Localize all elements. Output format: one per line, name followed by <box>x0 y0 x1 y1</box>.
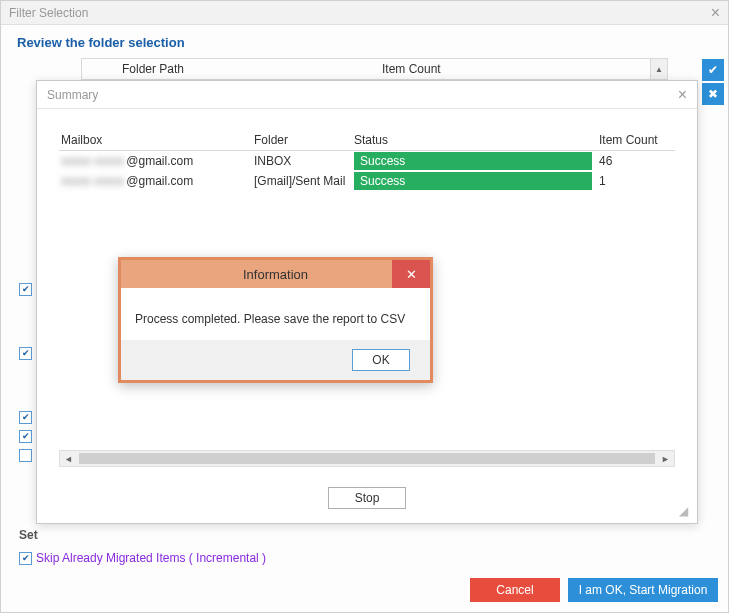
information-message: Process completed. Please save the repor… <box>121 288 430 340</box>
horizontal-scrollbar[interactable]: ◄ ► <box>59 450 675 467</box>
checkbox[interactable] <box>19 430 32 443</box>
left-check-group-3 <box>19 411 32 468</box>
cell-item-count: 46 <box>599 154 675 168</box>
information-footer: OK <box>121 340 430 380</box>
ok-button[interactable]: OK <box>352 349 410 371</box>
filter-selection-title: Filter Selection <box>9 6 88 20</box>
scroll-right-icon[interactable]: ► <box>657 451 674 466</box>
information-dialog: Information ✕ Process completed. Please … <box>118 257 433 383</box>
start-migration-button[interactable]: I am OK, Start Migration <box>568 578 718 602</box>
left-check-group-1 <box>19 283 32 302</box>
close-icon[interactable]: × <box>678 86 687 104</box>
col-folder[interactable]: Folder <box>254 133 354 147</box>
cell-mailbox: xxxxx xxxxx@gmail.com <box>59 154 254 168</box>
close-icon[interactable]: × <box>711 4 720 22</box>
col-mailbox[interactable]: Mailbox <box>59 133 254 147</box>
skip-migrated-checkbox[interactable] <box>19 552 32 565</box>
cell-item-count: 1 <box>599 174 675 188</box>
cell-folder: [Gmail]/Sent Mail <box>254 174 354 188</box>
table-row: xxxxx xxxxx@gmail.com [Gmail]/Sent Mail … <box>59 171 675 191</box>
folder-table-header: Folder Path Item Count ▲ <box>81 58 668 80</box>
close-button[interactable]: ✕ <box>392 260 430 288</box>
status-badge: Success <box>354 172 592 190</box>
cell-status: Success <box>354 152 599 170</box>
information-titlebar: Information ✕ <box>121 260 430 288</box>
left-check-group-2 <box>19 347 32 366</box>
redacted-text: xxxxx xxxxx <box>61 154 124 168</box>
table-row: xxxxx xxxxx@gmail.com INBOX Success 46 <box>59 151 675 171</box>
cell-folder: INBOX <box>254 154 354 168</box>
summary-grid-header: Mailbox Folder Status Item Count <box>59 129 675 151</box>
skip-migrated-row: Skip Already Migrated Items ( Incrementa… <box>19 551 266 565</box>
col-status[interactable]: Status <box>354 133 599 147</box>
summary-title: Summary <box>47 88 98 102</box>
checkbox[interactable] <box>19 449 32 462</box>
cell-status: Success <box>354 172 599 190</box>
mailbox-domain: @gmail.com <box>126 174 193 188</box>
footer-buttons: Cancel I am OK, Start Migration <box>470 578 718 602</box>
checkbox[interactable] <box>19 347 32 360</box>
close-icon: ✕ <box>406 267 417 282</box>
filter-selection-titlebar: Filter Selection × <box>1 1 728 25</box>
set-label: Set <box>19 528 38 542</box>
skip-migrated-label: Skip Already Migrated Items ( Incrementa… <box>36 551 266 565</box>
scroll-left-icon[interactable]: ◄ <box>60 451 77 466</box>
checkbox[interactable] <box>19 411 32 424</box>
scroll-up-icon[interactable]: ▲ <box>650 59 667 79</box>
col-item-count[interactable]: Item Count <box>599 133 675 147</box>
review-folder-label: Review the folder selection <box>1 25 728 58</box>
resize-grip-icon[interactable]: ◢ <box>679 505 691 517</box>
check-all-button[interactable]: ✔ <box>702 59 724 81</box>
col-folder-path[interactable]: Folder Path <box>82 62 382 76</box>
col-item-count[interactable]: Item Count <box>382 62 667 76</box>
summary-titlebar: Summary × <box>37 81 697 109</box>
uncheck-all-button[interactable]: ✖ <box>702 83 724 105</box>
redacted-text: xxxxx xxxxx <box>61 174 124 188</box>
cancel-button[interactable]: Cancel <box>470 578 560 602</box>
side-buttons: ✔ ✖ <box>702 59 724 105</box>
mailbox-domain: @gmail.com <box>126 154 193 168</box>
scrollbar-thumb[interactable] <box>79 453 655 464</box>
cell-mailbox: xxxxx xxxxx@gmail.com <box>59 174 254 188</box>
stop-button[interactable]: Stop <box>328 487 406 509</box>
information-title: Information <box>243 267 308 282</box>
status-badge: Success <box>354 152 592 170</box>
checkbox[interactable] <box>19 283 32 296</box>
